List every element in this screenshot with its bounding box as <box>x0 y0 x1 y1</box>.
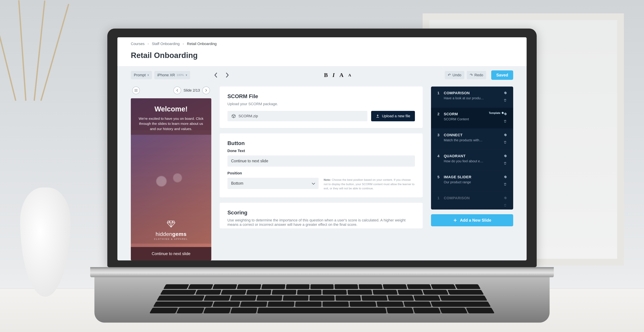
done-text-input[interactable] <box>228 155 415 167</box>
slide-nav <box>213 72 230 78</box>
slide-body: QUADRANTHow do you feel about e… <box>444 154 499 163</box>
saved-badge: Saved <box>491 70 513 80</box>
upload-btn-label: Upload a new file <box>382 114 410 118</box>
chevron-down-icon: ▾ <box>186 73 187 77</box>
device-dropdown[interactable]: iPhone XR 100% ▾ <box>154 71 190 79</box>
upload-icon <box>376 114 380 118</box>
italic-button[interactable]: I <box>332 72 335 78</box>
page-title: Retail Onboarding <box>131 51 513 60</box>
app-root: Courses › Staff Onboarding › Retail Onbo… <box>118 37 526 260</box>
undo-button[interactable]: ↶ Undo <box>445 71 464 79</box>
scoring-card-title: Scoring <box>228 210 415 216</box>
slide-title: COMPARISON <box>444 91 499 95</box>
prompt-dropdown[interactable]: Prompt ▾ <box>131 71 152 79</box>
slide-item[interactable]: 1COMPARISON <box>431 192 513 210</box>
scorm-card: SCORM File Upload your SCORM package. SC… <box>220 87 422 128</box>
done-text-label: Done Text <box>228 149 415 153</box>
trash-icon[interactable] <box>504 182 507 187</box>
font-size-small-button[interactable]: A <box>348 73 351 77</box>
preview-menu-button[interactable] <box>132 87 140 94</box>
chevron-right-icon <box>205 89 207 92</box>
slide-item[interactable]: 5IMAGE SLIDEROur product range <box>431 171 513 192</box>
welcome-block: Welcome! We're excited to have you on bo… <box>131 98 211 135</box>
breadcrumb: Courses › Staff Onboarding › Retail Onbo… <box>131 42 513 46</box>
breadcrumb-staff-onboarding[interactable]: Staff Onboarding <box>152 42 180 46</box>
slide-list: 1COMPARISONHave a look at our produ…2SCO… <box>431 87 513 210</box>
slide-desc: Match the products with… <box>444 138 499 142</box>
plus-icon <box>453 218 457 222</box>
gear-icon[interactable] <box>504 133 507 138</box>
continue-button[interactable]: Continue to next slide <box>131 247 211 260</box>
slides-column: 1COMPARISONHave a look at our produ…2SCO… <box>431 87 513 260</box>
chevron-right-icon: › <box>148 42 149 46</box>
upload-file-button[interactable]: Upload a new file <box>371 111 415 121</box>
slide-item[interactable]: 2SCORMSCORM ContentTemplate <box>431 107 513 128</box>
scorm-card-title: SCORM File <box>228 93 415 99</box>
trash-icon[interactable] <box>504 140 507 145</box>
template-badge: Template <box>489 112 504 115</box>
trash-icon[interactable] <box>504 98 507 103</box>
chevron-right-icon: › <box>183 42 184 46</box>
slide-number: 2 <box>435 112 442 116</box>
slide-actions <box>501 133 509 145</box>
redo-button[interactable]: ↷ Redo <box>467 71 486 79</box>
slide-title: QUADRANT <box>444 154 499 158</box>
note-prefix: Note: <box>324 178 331 182</box>
editor-toolbar: Prompt ▾ iPhone XR 100% ▾ <box>118 66 526 80</box>
chevron-left-icon <box>214 72 218 78</box>
text-format-group: B I A A <box>324 72 351 78</box>
brand-name: hiddengems <box>131 231 211 237</box>
position-select[interactable]: Bottom <box>228 178 319 189</box>
trash-icon[interactable] <box>504 203 507 208</box>
trash-icon[interactable] <box>504 119 507 124</box>
scorm-file-name: SCORM.zip <box>238 114 258 118</box>
scoring-card: Scoring Use weighting to determine the i… <box>220 203 422 229</box>
gear-icon[interactable] <box>504 154 507 158</box>
history-group: ↶ Undo ↷ Redo <box>445 71 486 79</box>
gear-icon[interactable] <box>501 112 504 115</box>
chevron-right-icon <box>225 72 229 78</box>
welcome-title: Welcome! <box>136 105 206 113</box>
font-size-large-button[interactable]: A <box>340 72 344 78</box>
add-slide-button[interactable]: Add a New Slide <box>431 214 513 226</box>
button-card-title: Button <box>228 140 415 146</box>
slide-item[interactable]: 3CONNECTMatch the products with… <box>431 128 513 149</box>
counter-prev-button[interactable] <box>174 87 181 94</box>
gear-icon[interactable] <box>504 175 507 180</box>
counter-next-button[interactable] <box>202 87 210 94</box>
gear-icon[interactable] <box>504 112 507 117</box>
bold-button[interactable]: B <box>324 72 328 78</box>
position-label: Position <box>228 171 415 176</box>
chevron-down-icon: ▾ <box>148 73 149 77</box>
gear-icon[interactable] <box>504 91 507 96</box>
slide-number: 1 <box>435 196 442 200</box>
add-slide-label: Add a New Slide <box>460 218 492 223</box>
slide-item[interactable]: 4QUADRANTHow do you feel about e… <box>431 149 513 171</box>
scorm-file-chip[interactable]: SCORM.zip <box>228 111 368 121</box>
breadcrumb-courses[interactable]: Courses <box>131 42 144 46</box>
next-slide-button[interactable] <box>224 72 230 78</box>
button-card: Button Done Text Position Bottom <box>220 133 422 197</box>
header: Courses › Staff Onboarding › Retail Onbo… <box>118 37 526 66</box>
prev-slide-button[interactable] <box>213 72 219 78</box>
slide-actions <box>501 91 509 103</box>
device-label: iPhone XR <box>157 73 175 77</box>
brand-subtitle: CLOTHING & APPAREL <box>131 238 211 240</box>
chevron-left-icon <box>176 89 178 92</box>
scorm-subtitle: Upload your SCORM package. <box>228 102 415 106</box>
brand-bold-text: gems <box>172 231 187 237</box>
slide-actions <box>501 154 509 166</box>
gear-icon[interactable] <box>504 196 507 201</box>
slide-item[interactable]: 1COMPARISONHave a look at our produ… <box>431 87 513 107</box>
brand-block: hiddengems CLOTHING & APPAREL <box>131 220 211 240</box>
slide-counter-text: Slide 2/13 <box>184 88 200 93</box>
slide-actions <box>501 196 509 208</box>
slide-desc: How do you feel about e… <box>444 159 499 163</box>
slide-number: 5 <box>435 175 442 179</box>
slide-body: COMPARISONHave a look at our produ… <box>444 91 499 100</box>
slide-body: IMAGE SLIDEROur product range <box>444 175 499 184</box>
slide-number: 4 <box>435 154 442 158</box>
note-body: Choose the best position based on your c… <box>324 178 414 190</box>
position-value: Bottom <box>228 178 319 189</box>
trash-icon[interactable] <box>504 161 507 166</box>
